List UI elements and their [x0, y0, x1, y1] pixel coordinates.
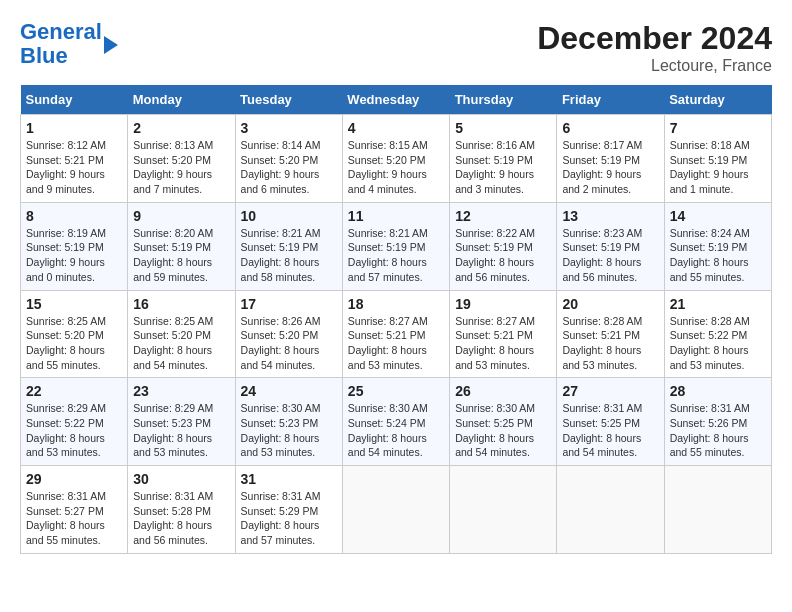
weekday-header-monday: Monday	[128, 85, 235, 115]
day-cell: 19Sunrise: 8:27 AMSunset: 5:21 PMDayligh…	[450, 290, 557, 378]
day-cell: 8Sunrise: 8:19 AMSunset: 5:19 PMDaylight…	[21, 202, 128, 290]
day-cell: 9Sunrise: 8:20 AMSunset: 5:19 PMDaylight…	[128, 202, 235, 290]
day-info: Sunrise: 8:27 AMSunset: 5:21 PMDaylight:…	[455, 314, 551, 373]
day-cell: 22Sunrise: 8:29 AMSunset: 5:22 PMDayligh…	[21, 378, 128, 466]
day-number: 5	[455, 120, 551, 136]
day-cell: 13Sunrise: 8:23 AMSunset: 5:19 PMDayligh…	[557, 202, 664, 290]
day-info: Sunrise: 8:25 AMSunset: 5:20 PMDaylight:…	[26, 314, 122, 373]
day-number: 25	[348, 383, 444, 399]
day-info: Sunrise: 8:18 AMSunset: 5:19 PMDaylight:…	[670, 138, 766, 197]
day-cell: 5Sunrise: 8:16 AMSunset: 5:19 PMDaylight…	[450, 115, 557, 203]
calendar-table: SundayMondayTuesdayWednesdayThursdayFrid…	[20, 85, 772, 554]
day-cell: 27Sunrise: 8:31 AMSunset: 5:25 PMDayligh…	[557, 378, 664, 466]
day-cell: 23Sunrise: 8:29 AMSunset: 5:23 PMDayligh…	[128, 378, 235, 466]
day-number: 10	[241, 208, 337, 224]
day-number: 24	[241, 383, 337, 399]
day-cell: 11Sunrise: 8:21 AMSunset: 5:19 PMDayligh…	[342, 202, 449, 290]
day-info: Sunrise: 8:27 AMSunset: 5:21 PMDaylight:…	[348, 314, 444, 373]
day-cell: 12Sunrise: 8:22 AMSunset: 5:19 PMDayligh…	[450, 202, 557, 290]
day-info: Sunrise: 8:31 AMSunset: 5:29 PMDaylight:…	[241, 489, 337, 548]
day-cell: 3Sunrise: 8:14 AMSunset: 5:20 PMDaylight…	[235, 115, 342, 203]
day-cell: 26Sunrise: 8:30 AMSunset: 5:25 PMDayligh…	[450, 378, 557, 466]
day-cell	[664, 466, 771, 554]
calendar-subtitle: Lectoure, France	[537, 57, 772, 75]
day-number: 2	[133, 120, 229, 136]
day-info: Sunrise: 8:15 AMSunset: 5:20 PMDaylight:…	[348, 138, 444, 197]
day-number: 7	[670, 120, 766, 136]
day-info: Sunrise: 8:28 AMSunset: 5:21 PMDaylight:…	[562, 314, 658, 373]
day-info: Sunrise: 8:31 AMSunset: 5:28 PMDaylight:…	[133, 489, 229, 548]
day-info: Sunrise: 8:22 AMSunset: 5:19 PMDaylight:…	[455, 226, 551, 285]
week-row-5: 29Sunrise: 8:31 AMSunset: 5:27 PMDayligh…	[21, 466, 772, 554]
day-cell: 21Sunrise: 8:28 AMSunset: 5:22 PMDayligh…	[664, 290, 771, 378]
day-number: 20	[562, 296, 658, 312]
day-cell: 29Sunrise: 8:31 AMSunset: 5:27 PMDayligh…	[21, 466, 128, 554]
day-cell: 16Sunrise: 8:25 AMSunset: 5:20 PMDayligh…	[128, 290, 235, 378]
day-cell: 6Sunrise: 8:17 AMSunset: 5:19 PMDaylight…	[557, 115, 664, 203]
day-cell: 17Sunrise: 8:26 AMSunset: 5:20 PMDayligh…	[235, 290, 342, 378]
day-number: 21	[670, 296, 766, 312]
day-number: 30	[133, 471, 229, 487]
day-info: Sunrise: 8:23 AMSunset: 5:19 PMDaylight:…	[562, 226, 658, 285]
day-cell: 18Sunrise: 8:27 AMSunset: 5:21 PMDayligh…	[342, 290, 449, 378]
day-number: 1	[26, 120, 122, 136]
day-info: Sunrise: 8:30 AMSunset: 5:23 PMDaylight:…	[241, 401, 337, 460]
day-info: Sunrise: 8:24 AMSunset: 5:19 PMDaylight:…	[670, 226, 766, 285]
day-number: 13	[562, 208, 658, 224]
logo-line1: General	[20, 19, 102, 44]
day-info: Sunrise: 8:25 AMSunset: 5:20 PMDaylight:…	[133, 314, 229, 373]
page-header: General Blue December 2024 Lectoure, Fra…	[20, 20, 772, 75]
day-number: 31	[241, 471, 337, 487]
day-number: 14	[670, 208, 766, 224]
day-cell: 15Sunrise: 8:25 AMSunset: 5:20 PMDayligh…	[21, 290, 128, 378]
weekday-header-wednesday: Wednesday	[342, 85, 449, 115]
weekday-header-friday: Friday	[557, 85, 664, 115]
day-number: 18	[348, 296, 444, 312]
logo-line2: Blue	[20, 43, 68, 68]
day-cell: 31Sunrise: 8:31 AMSunset: 5:29 PMDayligh…	[235, 466, 342, 554]
day-number: 11	[348, 208, 444, 224]
day-cell: 2Sunrise: 8:13 AMSunset: 5:20 PMDaylight…	[128, 115, 235, 203]
logo: General Blue	[20, 20, 118, 68]
day-cell: 28Sunrise: 8:31 AMSunset: 5:26 PMDayligh…	[664, 378, 771, 466]
day-number: 27	[562, 383, 658, 399]
day-info: Sunrise: 8:31 AMSunset: 5:26 PMDaylight:…	[670, 401, 766, 460]
week-row-3: 15Sunrise: 8:25 AMSunset: 5:20 PMDayligh…	[21, 290, 772, 378]
day-number: 3	[241, 120, 337, 136]
day-info: Sunrise: 8:12 AMSunset: 5:21 PMDaylight:…	[26, 138, 122, 197]
day-cell: 10Sunrise: 8:21 AMSunset: 5:19 PMDayligh…	[235, 202, 342, 290]
day-cell	[342, 466, 449, 554]
day-number: 4	[348, 120, 444, 136]
week-row-4: 22Sunrise: 8:29 AMSunset: 5:22 PMDayligh…	[21, 378, 772, 466]
day-cell: 14Sunrise: 8:24 AMSunset: 5:19 PMDayligh…	[664, 202, 771, 290]
day-number: 15	[26, 296, 122, 312]
day-cell: 1Sunrise: 8:12 AMSunset: 5:21 PMDaylight…	[21, 115, 128, 203]
title-block: December 2024 Lectoure, France	[537, 20, 772, 75]
day-cell	[450, 466, 557, 554]
week-row-2: 8Sunrise: 8:19 AMSunset: 5:19 PMDaylight…	[21, 202, 772, 290]
day-info: Sunrise: 8:26 AMSunset: 5:20 PMDaylight:…	[241, 314, 337, 373]
day-number: 16	[133, 296, 229, 312]
calendar-title: December 2024	[537, 20, 772, 57]
day-info: Sunrise: 8:17 AMSunset: 5:19 PMDaylight:…	[562, 138, 658, 197]
day-info: Sunrise: 8:30 AMSunset: 5:25 PMDaylight:…	[455, 401, 551, 460]
day-info: Sunrise: 8:16 AMSunset: 5:19 PMDaylight:…	[455, 138, 551, 197]
day-number: 26	[455, 383, 551, 399]
day-info: Sunrise: 8:19 AMSunset: 5:19 PMDaylight:…	[26, 226, 122, 285]
day-info: Sunrise: 8:21 AMSunset: 5:19 PMDaylight:…	[348, 226, 444, 285]
day-number: 12	[455, 208, 551, 224]
day-number: 6	[562, 120, 658, 136]
day-number: 8	[26, 208, 122, 224]
day-number: 23	[133, 383, 229, 399]
day-number: 28	[670, 383, 766, 399]
day-cell: 20Sunrise: 8:28 AMSunset: 5:21 PMDayligh…	[557, 290, 664, 378]
weekday-header-thursday: Thursday	[450, 85, 557, 115]
day-info: Sunrise: 8:29 AMSunset: 5:23 PMDaylight:…	[133, 401, 229, 460]
day-info: Sunrise: 8:30 AMSunset: 5:24 PMDaylight:…	[348, 401, 444, 460]
weekday-header-row: SundayMondayTuesdayWednesdayThursdayFrid…	[21, 85, 772, 115]
day-info: Sunrise: 8:13 AMSunset: 5:20 PMDaylight:…	[133, 138, 229, 197]
weekday-header-saturday: Saturday	[664, 85, 771, 115]
day-cell: 30Sunrise: 8:31 AMSunset: 5:28 PMDayligh…	[128, 466, 235, 554]
day-info: Sunrise: 8:29 AMSunset: 5:22 PMDaylight:…	[26, 401, 122, 460]
day-number: 9	[133, 208, 229, 224]
